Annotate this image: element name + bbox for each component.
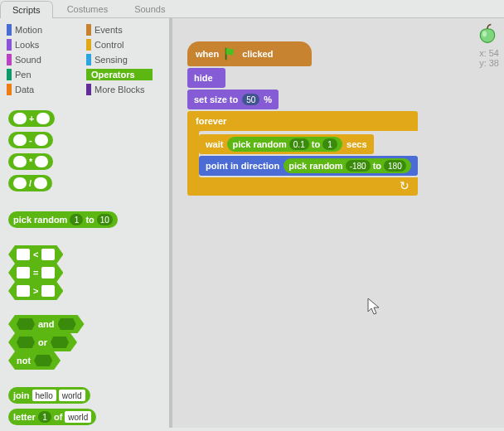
dir-min-input[interactable]: -180 (346, 160, 371, 172)
tab-costumes-label: Costumes (67, 4, 109, 14)
block-wait[interactable]: wait pick random 0.1 to 1 secs (199, 134, 374, 154)
category-sensing[interactable]: Sensing (86, 53, 162, 66)
operators-swatch: Operators (86, 69, 153, 80)
script-canvas[interactable]: x: 54y: 38 when clicked hide set size to… (172, 18, 504, 428)
tab-sounds-label: Sounds (134, 4, 165, 14)
block-or[interactable]: or (8, 333, 77, 351)
category-more[interactable]: More Blocks (86, 83, 162, 96)
category-control[interactable]: Control (86, 38, 162, 51)
control-swatch (86, 39, 91, 51)
stage-x: 54 (489, 48, 499, 58)
pen-swatch (7, 69, 12, 80)
category-data[interactable]: Data (7, 83, 83, 96)
tab-scripts[interactable]: Scripts (0, 1, 53, 18)
category-pen[interactable]: Pen (7, 68, 83, 81)
sprite-thumbnail-icon (476, 22, 499, 45)
wait-min-input[interactable]: 0.1 (289, 138, 309, 150)
block-and[interactable]: and (8, 315, 85, 333)
cursor-icon (366, 297, 383, 317)
block-subtract[interactable]: - (8, 132, 53, 148)
block-forever[interactable]: forever wait pick random 0.1 to 1 secs p (187, 111, 418, 196)
block-pick-random-direction[interactable]: pick random -180 to 180 (284, 158, 411, 173)
block-not[interactable]: not (8, 351, 61, 370)
sound-swatch (7, 54, 12, 65)
block-less-than[interactable]: < (8, 245, 63, 264)
block-add[interactable]: + (8, 110, 55, 127)
tab-scripts-label: Scripts (12, 5, 41, 15)
dir-max-input[interactable]: 180 (384, 160, 406, 172)
block-equals[interactable]: = (8, 264, 63, 282)
wait-max-input[interactable]: 1 (322, 138, 337, 150)
block-point-in-direction[interactable]: point in direction pick random -180 to 1… (199, 156, 418, 176)
block-join[interactable]: joinhelloworld (8, 387, 90, 404)
block-when-flag-clicked[interactable]: when clicked (187, 41, 312, 66)
category-events[interactable]: Events (86, 23, 162, 36)
loop-arrow-icon: ↻ (400, 179, 410, 192)
more-swatch (86, 84, 91, 95)
category-motion[interactable]: Motion (7, 23, 83, 36)
block-divide[interactable]: / (8, 175, 52, 191)
block-multiply[interactable]: * (8, 153, 53, 170)
category-looks[interactable]: Looks (7, 38, 83, 51)
svg-point-0 (482, 31, 487, 36)
block-palette: Motion Events Looks Control Sound Sensin… (0, 18, 172, 428)
events-swatch (86, 24, 91, 36)
looks-swatch (7, 39, 12, 51)
data-swatch (7, 84, 12, 95)
block-pick-random[interactable]: pick random1to10 (8, 211, 118, 228)
motion-swatch (7, 24, 12, 36)
block-greater-than[interactable]: > (8, 282, 63, 300)
block-letter-of[interactable]: letter1ofworld (8, 409, 96, 425)
sprite-info: x: 54y: 38 (476, 22, 499, 68)
sensing-swatch (86, 54, 91, 65)
tab-sounds[interactable]: Sounds (122, 0, 177, 17)
stage-y: 38 (489, 58, 499, 68)
size-input[interactable]: 50 (242, 94, 259, 105)
block-hide[interactable]: hide (187, 68, 225, 88)
block-pick-random-wait[interactable]: pick random 0.1 to 1 (227, 137, 342, 152)
block-set-size[interactable]: set size to 50 % (187, 90, 279, 109)
green-flag-icon (223, 46, 238, 61)
category-sound[interactable]: Sound (7, 53, 83, 66)
tab-costumes[interactable]: Costumes (55, 0, 121, 17)
category-operators[interactable]: OperatorsOperators (86, 68, 162, 81)
script-stack[interactable]: when clicked hide set size to 50 % forev… (187, 41, 418, 196)
